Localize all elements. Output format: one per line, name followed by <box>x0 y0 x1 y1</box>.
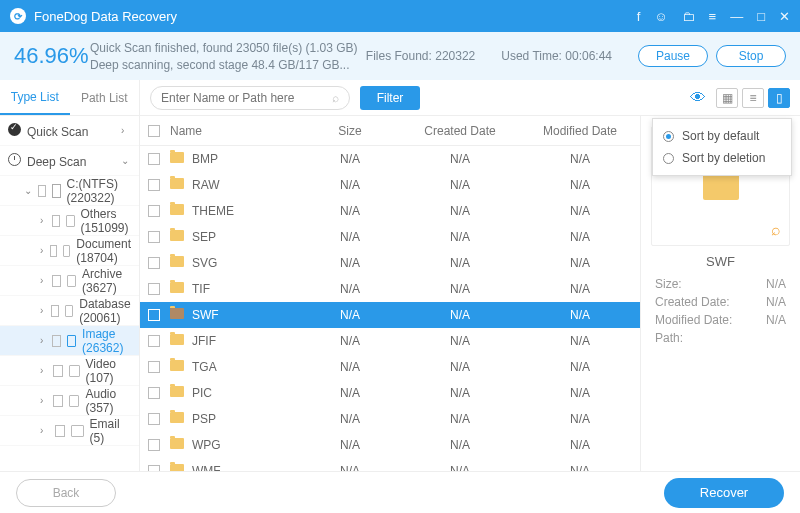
col-size[interactable]: Size <box>300 124 400 138</box>
table-row[interactable]: WMFN/AN/AN/A <box>140 458 640 471</box>
footer: Back Recover <box>0 471 800 513</box>
row-created: N/A <box>400 438 520 452</box>
table-row[interactable]: TIFN/AN/AN/A <box>140 276 640 302</box>
row-name: WMF <box>192 464 221 471</box>
used-time: Used Time: 00:06:44 <box>501 49 612 63</box>
checkbox[interactable] <box>148 179 160 191</box>
tree-item[interactable]: ›Archive (3627) <box>0 266 139 296</box>
search-input[interactable]: ⌕ <box>150 86 350 110</box>
view-grid-icon[interactable]: ▦ <box>716 88 738 108</box>
checkbox[interactable] <box>148 231 160 243</box>
pause-button[interactable]: Pause <box>638 45 708 67</box>
search-field[interactable] <box>161 91 332 105</box>
view-list-icon[interactable]: ≡ <box>742 88 764 108</box>
recover-button[interactable]: Recover <box>664 478 784 508</box>
disk-icon <box>52 184 60 198</box>
row-size: N/A <box>300 464 400 471</box>
sidebar: Type List Path List Quick Scan › Deep Sc… <box>0 80 140 471</box>
checkbox[interactable] <box>38 185 46 197</box>
checkbox[interactable] <box>53 365 62 377</box>
search-icon[interactable]: ⌕ <box>332 91 339 105</box>
stop-button[interactable]: Stop <box>716 45 786 67</box>
col-modified[interactable]: Modified Date <box>520 124 640 138</box>
toolbar: ⌕ Filter 👁 ▦ ≡ ▯ <box>140 80 800 116</box>
close-icon[interactable]: ✕ <box>779 9 790 24</box>
row-created: N/A <box>400 178 520 192</box>
tab-path-list[interactable]: Path List <box>70 80 140 115</box>
checkbox[interactable] <box>52 335 60 347</box>
tree-item[interactable]: ›Audio (357) <box>0 386 139 416</box>
checkbox[interactable] <box>148 465 160 471</box>
filter-button[interactable]: Filter <box>360 86 420 110</box>
magnify-icon[interactable]: ⌕ <box>771 221 781 239</box>
save-icon[interactable]: 🗀 <box>682 9 695 24</box>
back-button[interactable]: Back <box>16 479 116 507</box>
checkbox[interactable] <box>52 215 60 227</box>
checkbox[interactable] <box>148 413 160 425</box>
row-created: N/A <box>400 204 520 218</box>
tree-item-label: Document (18704) <box>76 237 131 265</box>
feedback-icon[interactable]: ☺ <box>654 9 667 24</box>
tree-quick-scan[interactable]: Quick Scan › <box>0 116 139 146</box>
row-modified: N/A <box>520 464 640 471</box>
tree-deep-scan[interactable]: Deep Scan ⌄ <box>0 146 139 176</box>
radio-on-icon <box>663 131 674 142</box>
table-row[interactable]: SEPN/AN/AN/A <box>140 224 640 250</box>
facebook-icon[interactable]: f <box>637 9 641 24</box>
tree-item[interactable]: ›Database (20061) <box>0 296 139 326</box>
table-row[interactable]: SVGN/AN/AN/A <box>140 250 640 276</box>
table-row[interactable]: PSPN/AN/AN/A <box>140 406 640 432</box>
checkbox-all[interactable] <box>148 125 160 137</box>
tab-type-list[interactable]: Type List <box>0 80 70 115</box>
tree-item[interactable]: ›Others (151099) <box>0 206 139 236</box>
checkbox[interactable] <box>55 425 66 437</box>
maximize-icon[interactable]: □ <box>757 9 765 24</box>
checkbox[interactable] <box>148 387 160 399</box>
table-row[interactable]: RAWN/AN/AN/A <box>140 172 640 198</box>
menu-icon[interactable]: ≡ <box>709 9 717 24</box>
checkbox[interactable] <box>148 257 160 269</box>
row-size: N/A <box>300 282 400 296</box>
preview-md-value: N/A <box>766 313 786 327</box>
row-created: N/A <box>400 334 520 348</box>
tree-item[interactable]: ›Video (107) <box>0 356 139 386</box>
view-detail-icon[interactable]: ▯ <box>768 88 790 108</box>
minimize-icon[interactable]: ― <box>730 9 743 24</box>
row-name: TGA <box>192 360 217 374</box>
table-row[interactable]: TGAN/AN/AN/A <box>140 354 640 380</box>
checkbox[interactable] <box>148 309 160 321</box>
table-row[interactable]: JFIFN/AN/AN/A <box>140 328 640 354</box>
sort-default[interactable]: Sort by default <box>653 125 791 147</box>
table-row[interactable]: BMPN/AN/AN/A <box>140 146 640 172</box>
table-row[interactable]: SWFN/AN/AN/A <box>140 302 640 328</box>
tree-item-label: Others (151099) <box>81 207 132 235</box>
checkbox[interactable] <box>148 335 160 347</box>
checkbox[interactable] <box>148 205 160 217</box>
status-line1: Quick Scan finished, found 23050 file(s)… <box>90 41 366 55</box>
table-row[interactable]: PICN/AN/AN/A <box>140 380 640 406</box>
checkbox[interactable] <box>50 245 56 257</box>
tree-item[interactable]: ›Email (5) <box>0 416 139 446</box>
checkbox[interactable] <box>53 395 62 407</box>
col-created[interactable]: Created Date <box>400 124 520 138</box>
tree: Quick Scan › Deep Scan ⌄ ⌄ C:(NTFS) (220… <box>0 116 139 471</box>
tree-item[interactable]: ›Image (26362) <box>0 326 139 356</box>
preview-path-label: Path: <box>655 331 683 345</box>
tree-item[interactable]: ›Document (18704) <box>0 236 139 266</box>
table-row[interactable]: WPGN/AN/AN/A <box>140 432 640 458</box>
row-name: JFIF <box>192 334 216 348</box>
checkbox[interactable] <box>51 305 58 317</box>
checkbox[interactable] <box>148 361 160 373</box>
checkbox[interactable] <box>52 275 60 287</box>
category-icon <box>71 425 83 437</box>
row-modified: N/A <box>520 256 640 270</box>
preview-toggle-icon[interactable]: 👁 <box>690 89 706 107</box>
checkbox[interactable] <box>148 283 160 295</box>
col-name[interactable]: Name <box>170 124 300 138</box>
checkbox[interactable] <box>148 439 160 451</box>
chevron-right-icon: › <box>40 245 44 256</box>
sort-deletion[interactable]: Sort by deletion <box>653 147 791 169</box>
table-row[interactable]: THEMEN/AN/AN/A <box>140 198 640 224</box>
tree-disk[interactable]: ⌄ C:(NTFS) (220322) <box>0 176 139 206</box>
checkbox[interactable] <box>148 153 160 165</box>
